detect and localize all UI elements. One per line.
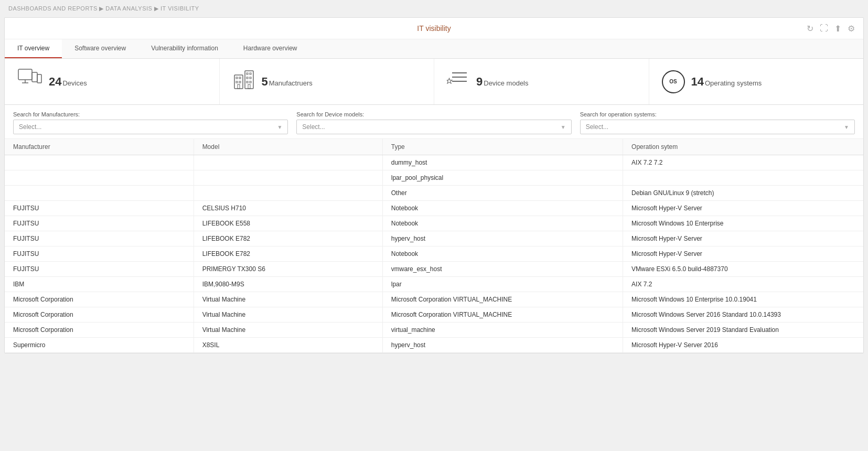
table-cell-model: Virtual Machine bbox=[194, 292, 382, 307]
stat-manufacturers-label: Manufactruers bbox=[269, 79, 313, 87]
col-header-type: Type bbox=[382, 139, 623, 155]
table-cell-type: Other bbox=[382, 186, 623, 201]
stat-device-models: 9 Device models bbox=[434, 59, 649, 104]
tab-software-overview[interactable]: Software overview bbox=[62, 39, 138, 58]
table-cell-model: LIFEBOOK E558 bbox=[194, 216, 382, 231]
table-cell-model bbox=[194, 155, 382, 170]
table-cell-manufacturer: Microsoft Corporation bbox=[5, 307, 194, 323]
table-cell-os: AIX 7.2 bbox=[623, 277, 863, 292]
table-cell-manufacturer[interactable]: FUJITSU bbox=[5, 262, 194, 277]
filter-manufacturers-group: Search for Manufacturers: Select... ▼ bbox=[13, 111, 288, 134]
stat-os-label: Operating systems bbox=[705, 79, 762, 87]
table-cell-model[interactable]: CELSIUS H710 bbox=[194, 201, 382, 216]
settings-icon[interactable]: ⚙ bbox=[848, 24, 855, 34]
svg-rect-3 bbox=[32, 72, 37, 82]
page-header: IT visibility ↻ ⛶ ⬆ ⚙ bbox=[5, 18, 863, 39]
svg-rect-15 bbox=[236, 81, 238, 83]
table-cell-model: PRIMERGY TX300 S6 bbox=[194, 262, 382, 277]
device-models-arrow: ▼ bbox=[561, 124, 566, 130]
table-cell-type: Notebook bbox=[382, 216, 623, 231]
stat-manufacturers: 5 Manufactruers bbox=[220, 59, 435, 104]
header-icons: ↻ ⛶ ⬆ ⚙ bbox=[807, 24, 855, 34]
svg-rect-6 bbox=[245, 71, 253, 89]
stat-manufacturers-number: 5 bbox=[262, 75, 268, 89]
table-cell-manufacturer[interactable]: FUJITSU bbox=[5, 216, 194, 231]
svg-rect-5 bbox=[234, 75, 243, 89]
table-cell-manufacturer: IBM bbox=[5, 277, 194, 292]
table-container: Manufacturer Model Type Operation sytem … bbox=[5, 139, 863, 353]
filter-manufacturers-label: Search for Manufacturers: bbox=[13, 111, 288, 117]
expand-icon[interactable]: ⛶ bbox=[820, 24, 828, 34]
table-row: Microsoft CorporationVirtual MachineMicr… bbox=[5, 307, 863, 323]
tab-it-overview[interactable]: IT overview bbox=[5, 39, 62, 58]
stat-device-models-text: 9 Device models bbox=[476, 75, 529, 89]
svg-rect-16 bbox=[239, 81, 241, 83]
device-models-placeholder: Select... bbox=[302, 123, 325, 131]
stat-device-models-number: 9 bbox=[476, 75, 483, 89]
svg-rect-12 bbox=[250, 77, 251, 79]
tab-hardware-overview[interactable]: Hardware overview bbox=[231, 39, 310, 58]
manufacturers-arrow: ▼ bbox=[277, 124, 282, 130]
table-cell-manufacturer[interactable]: FUJITSU bbox=[5, 201, 194, 216]
svg-rect-9 bbox=[247, 73, 248, 74]
svg-rect-0 bbox=[18, 69, 32, 80]
filter-device-models-group: Search for Device models: Select... ▼ bbox=[296, 111, 571, 134]
building-icon bbox=[232, 69, 255, 94]
table-cell-manufacturer bbox=[5, 170, 194, 186]
table-row: Microsoft CorporationVirtual Machinevirt… bbox=[5, 323, 863, 338]
table-cell-type: hyperv_host bbox=[382, 231, 623, 246]
device-models-select[interactable]: Select... ▼ bbox=[296, 120, 571, 134]
filter-os-label: Search for operation systems: bbox=[580, 111, 855, 117]
manufacturers-placeholder: Select... bbox=[19, 123, 41, 131]
table-cell-manufacturer[interactable]: FUJITSU bbox=[5, 231, 194, 246]
filter-area: Search for Manufacturers: Select... ▼ Se… bbox=[5, 105, 863, 139]
col-header-os: Operation sytem bbox=[623, 139, 863, 155]
table-cell-model: Virtual Machine bbox=[194, 323, 382, 338]
table-cell-os bbox=[623, 170, 863, 186]
manufacturers-select[interactable]: Select... ▼ bbox=[13, 120, 288, 134]
table-row: dummy_hostAIX 7.2 7.2 bbox=[5, 155, 863, 170]
os-select[interactable]: Select... ▼ bbox=[580, 120, 855, 134]
table-cell-model: LIFEBOOK E782 bbox=[194, 231, 382, 246]
stat-os-text: 14 Operating systems bbox=[691, 75, 762, 89]
table-cell-type: virtual_machine bbox=[382, 323, 623, 338]
table-row: FUJITSUPRIMERGY TX300 S6vmware_esx_hostV… bbox=[5, 262, 863, 277]
star-list-icon bbox=[447, 70, 470, 93]
table-cell-model: X8SIL bbox=[194, 338, 382, 353]
table-cell-manufacturer bbox=[5, 186, 194, 201]
col-header-model: Model bbox=[194, 139, 382, 155]
stats-row: 24 Devices bbox=[5, 59, 863, 105]
table-row: IBMIBM,9080-M9SlparAIX 7.2 bbox=[5, 277, 863, 292]
export-icon[interactable]: ⬆ bbox=[834, 24, 841, 34]
table-cell-manufacturer: Supermicro bbox=[5, 338, 194, 353]
breadcrumb: DASHBOARDS AND REPORTS ▶ DATA ANALYSIS ▶… bbox=[0, 0, 868, 17]
svg-rect-7 bbox=[236, 77, 238, 79]
svg-rect-10 bbox=[250, 73, 251, 74]
table-cell-os: Microsoft Hyper-V Server bbox=[623, 201, 863, 216]
col-header-manufacturer: Manufacturer bbox=[5, 139, 194, 155]
stat-devices-number: 24 bbox=[49, 75, 61, 89]
table-row: Microsoft CorporationVirtual MachineMicr… bbox=[5, 292, 863, 307]
table-cell-model: IBM,9080-M9S bbox=[194, 277, 382, 292]
table-row: FUJITSULIFEBOOK E782NotebookMicrosoft Hy… bbox=[5, 246, 863, 262]
table-cell-type: hyperv_host bbox=[382, 338, 623, 353]
svg-rect-17 bbox=[238, 84, 240, 89]
table-row: SupermicroX8SILhyperv_hostMicrosoft Hype… bbox=[5, 338, 863, 353]
stat-devices-text: 24 Devices bbox=[49, 75, 87, 89]
table-row: OtherDebian GNU/Linux 9 (stretch) bbox=[5, 186, 863, 201]
stat-device-models-label: Device models bbox=[484, 79, 528, 87]
table-cell-os: Microsoft Windows 10 Enterprise 10.0.190… bbox=[623, 292, 863, 307]
tab-bar: IT overview Software overview Vulnerabil… bbox=[5, 39, 863, 59]
table-cell-manufacturer bbox=[5, 155, 194, 170]
table-cell-os: AIX 7.2 7.2 bbox=[623, 155, 863, 170]
filter-os-group: Search for operation systems: Select... … bbox=[580, 111, 855, 134]
table-cell-type: lpar_pool_physical bbox=[382, 170, 623, 186]
refresh-icon[interactable]: ↻ bbox=[807, 24, 813, 34]
table-header-row: Manufacturer Model Type Operation sytem bbox=[5, 139, 863, 155]
table-row: lpar_pool_physical bbox=[5, 170, 863, 186]
tab-vulnerability-info[interactable]: Vulnerability information bbox=[138, 39, 231, 58]
table-cell-type: vmware_esx_host bbox=[382, 262, 623, 277]
svg-rect-8 bbox=[239, 77, 241, 79]
main-container: IT visibility ↻ ⛶ ⬆ ⚙ IT overview Softwa… bbox=[4, 17, 864, 353]
table-cell-manufacturer[interactable]: FUJITSU bbox=[5, 246, 194, 262]
